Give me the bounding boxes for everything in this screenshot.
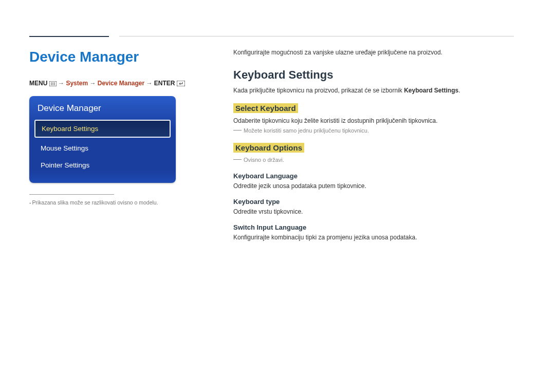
keyboard-options-note: Ovisno o državi. xyxy=(233,157,514,163)
keyboard-type-text: Odredite vrstu tipkovnice. xyxy=(233,208,514,215)
desc-strong: Keyboard Settings xyxy=(404,87,458,94)
breadcrumb-device-manager: Device Manager xyxy=(98,80,144,87)
section-heading-keyboard-settings: Keyboard Settings xyxy=(233,68,514,82)
intro-text: Konfigurirajte mogućnosti za vanjske ula… xyxy=(233,49,514,56)
breadcrumb-system: System xyxy=(66,80,88,87)
dash-icon xyxy=(233,159,242,160)
menu-icon xyxy=(49,81,57,86)
left-footnote: -Prikazana slika može se razlikovati ovi… xyxy=(29,199,204,207)
breadcrumb-menu: MENU xyxy=(29,80,47,87)
note-text: Ovisno o državi. xyxy=(244,157,284,163)
top-rule-long xyxy=(119,36,514,36)
panel-item-mouse-settings[interactable]: Mouse Settings xyxy=(29,140,176,157)
footnote-text: Prikazana slika može se razlikovati ovis… xyxy=(32,199,158,206)
page-title: Device Manager xyxy=(29,49,204,65)
heading-switch-input-language: Switch Input Language xyxy=(233,223,514,231)
breadcrumb-arrow: → xyxy=(58,80,64,87)
panel-item-pointer-settings[interactable]: Pointer Settings xyxy=(29,157,176,174)
footnote-rule xyxy=(29,194,114,195)
device-manager-panel: Device Manager Keyboard Settings Mouse S… xyxy=(29,96,176,183)
keyboard-settings-desc: Kada priključite tipkovnicu na proizvod,… xyxy=(233,87,514,94)
note-text: Možete koristiti samo jednu priključenu … xyxy=(244,127,369,134)
desc-prefix: Kada priključite tipkovnicu na proizvod,… xyxy=(233,87,404,94)
breadcrumb-arrow: → xyxy=(146,80,153,87)
dash-icon xyxy=(233,130,242,130)
panel-header: Device Manager xyxy=(29,96,176,120)
select-keyboard-note: Možete koristiti samo jednu priključenu … xyxy=(233,127,514,134)
switch-input-language-text: Konfigurirajte kombinaciju tipki za prom… xyxy=(233,234,514,241)
keyboard-language-text: Odredite jezik unosa podataka putem tipk… xyxy=(233,182,514,190)
enter-icon xyxy=(177,81,185,86)
select-keyboard-desc: Odaberite tipkovnicu koju želite koristi… xyxy=(233,117,514,124)
sub-heading-keyboard-options: Keyboard Options xyxy=(233,143,304,153)
left-column: Device Manager MENU → System → Device Ma… xyxy=(29,49,204,207)
panel-item-keyboard-settings[interactable]: Keyboard Settings xyxy=(34,120,171,138)
heading-keyboard-type: Keyboard type xyxy=(233,198,514,206)
heading-keyboard-language: Keyboard Language xyxy=(233,172,514,180)
top-rule-short xyxy=(29,36,109,37)
desc-suffix: . xyxy=(458,87,460,94)
breadcrumb-arrow: → xyxy=(89,80,96,87)
breadcrumb-enter: ENTER xyxy=(154,80,175,87)
breadcrumb: MENU → System → Device Manager → ENTER xyxy=(29,80,204,87)
sub-heading-select-keyboard: Select Keyboard xyxy=(233,103,298,113)
content-column: Konfigurirajte mogućnosti za vanjske ula… xyxy=(233,49,514,249)
